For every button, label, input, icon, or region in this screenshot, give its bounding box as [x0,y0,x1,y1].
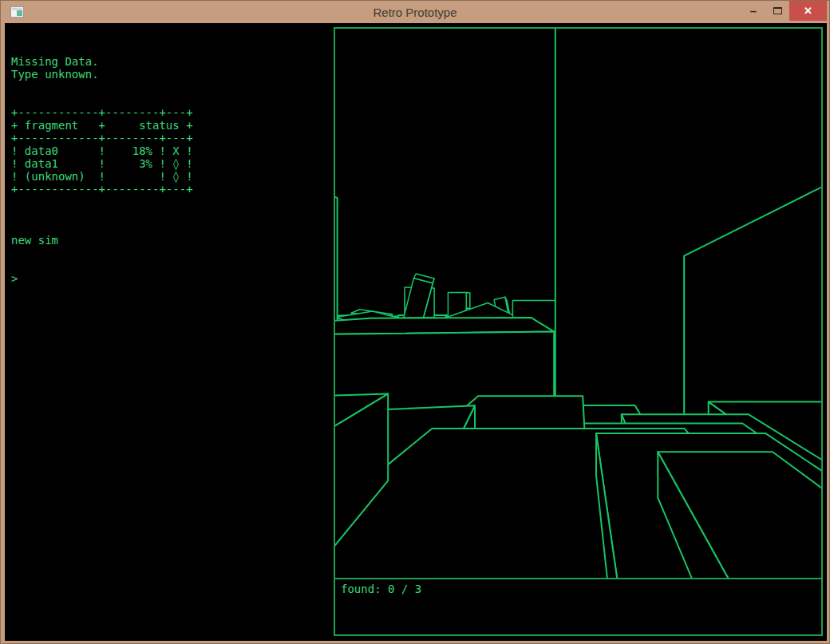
minimize-icon: – [750,4,757,18]
close-button[interactable]: ✕ [789,1,827,21]
hud-bar: found: 0 / 3 [335,578,821,634]
app-icon [10,6,24,18]
window-controls: – ✕ [741,1,827,21]
minimize-button[interactable]: – [741,1,765,21]
close-icon: ✕ [804,5,812,17]
terminal-status-message: new sim [11,234,193,247]
simulation-panel: found: 0 / 3 [334,27,823,636]
terminal-message: Missing Data. Type unknown. [11,55,193,81]
terminal-command-prompt[interactable]: > [11,272,193,285]
terminal-panel: Missing Data. Type unknown. +-----------… [11,30,193,310]
found-counter: found: 0 / 3 [341,583,421,595]
client-area: Missing Data. Type unknown. +-----------… [5,23,827,641]
window-title: Retro Prototype [1,6,829,19]
titlebar: Retro Prototype – ✕ [1,1,829,23]
app-window: Retro Prototype – ✕ Missing Data. Type u… [0,0,830,644]
scene-svg [335,29,821,578]
maximize-icon [773,7,782,14]
maximize-button[interactable] [765,1,789,21]
app-icon-green-pane [17,10,22,16]
fragment-status-table: +------------+--------+---+ + fragment +… [11,106,193,196]
wireframe-viewport[interactable] [335,29,821,578]
